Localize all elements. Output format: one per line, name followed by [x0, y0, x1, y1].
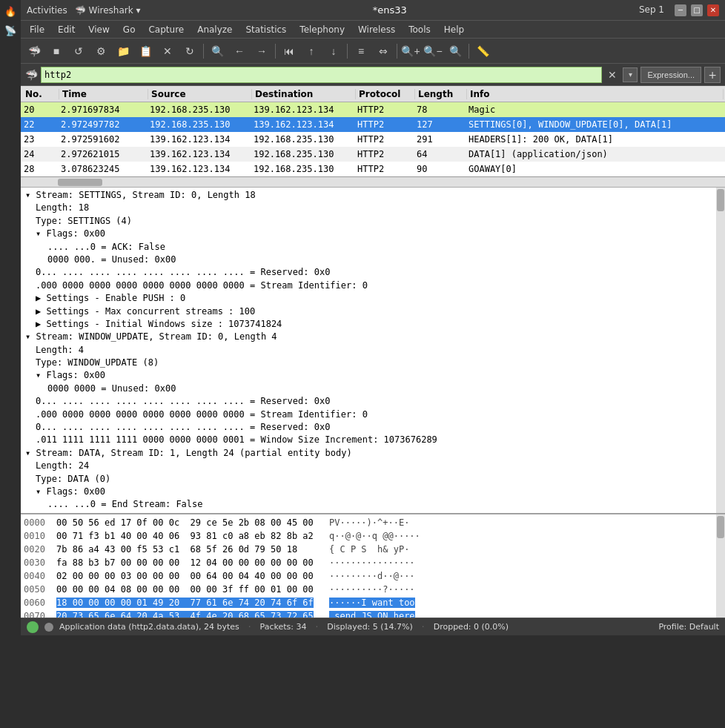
hex-offset-4: 0040: [24, 569, 50, 583]
filter-dropdown-button[interactable]: ▾: [623, 67, 638, 82]
col-header-info: Info: [467, 89, 724, 99]
hex-bytes-2: 7b 86 a4 43 00 f5 53 c1 68 5f 26 0d 79 5…: [56, 543, 323, 556]
detail-line-20[interactable]: ▾ Stream: DATA, Stream ID: 1, Length 24 …: [24, 447, 722, 460]
activities-label[interactable]: Activities: [27, 5, 67, 16]
detail-line-17[interactable]: .000 0000 0000 0000 0000 0000 0000 0000 …: [24, 408, 722, 421]
filter-input[interactable]: [41, 67, 602, 83]
hscroll-thumb[interactable]: [58, 179, 102, 186]
toolbar-stop-btn[interactable]: ■: [46, 41, 67, 62]
toolbar-restart-btn[interactable]: ↺: [68, 41, 89, 62]
hex-ascii-0: PV·····)·^+··E·: [329, 516, 409, 529]
status-displayed: Displayed: 5 (14.7%): [327, 622, 413, 632]
sidebar-icon-1[interactable]: 📡: [2, 22, 19, 39]
packet-row-1[interactable]: 22 2.972497782 192.168.235.130 139.162.1…: [21, 117, 725, 132]
toolbar-open-btn[interactable]: 📁: [113, 41, 133, 62]
hex-dump: 000000 50 56 ed 17 0f 00 0c 29 ce 5e 2b …: [21, 514, 725, 618]
detail-line-1[interactable]: Length: 18: [24, 202, 722, 214]
menu-wireless[interactable]: Wireless: [352, 23, 401, 36]
detail-line-15[interactable]: 0000 0000 = Unused: 0x00: [24, 383, 722, 395]
detail-line-10[interactable]: ▶ Settings - Initial Windows size : 1073…: [24, 318, 722, 331]
packet-row-4[interactable]: 28 3.078623245 139.162.123.134 192.168.2…: [21, 162, 725, 176]
menu-go[interactable]: Go: [117, 23, 142, 36]
toolbar-zoomout-btn[interactable]: 🔍−: [423, 41, 443, 62]
toolbar-save-btn[interactable]: 📋: [135, 41, 156, 62]
menu-file[interactable]: File: [24, 23, 50, 36]
menu-view[interactable]: View: [82, 23, 115, 36]
left-sidebar: 🔥 📡: [0, 0, 21, 728]
menu-telephony[interactable]: Telephony: [294, 23, 351, 36]
detail-line-14[interactable]: ▾ Flags: 0x00: [24, 369, 722, 382]
packet-row-0[interactable]: 20 2.971697834 192.168.235.130 139.162.1…: [21, 102, 725, 117]
hex-highlight-bytes[interactable]: 18 00 00 00 00 01 49 20 77 61 6e 74 20 7…: [56, 598, 314, 608]
close-button[interactable]: ✕: [707, 4, 719, 16]
wireshark-label[interactable]: 🦈 Wireshark ▾: [75, 5, 141, 16]
menu-capture[interactable]: Capture: [142, 23, 190, 36]
hex-bytes-1: 00 71 f3 b1 40 00 40 06 93 81 c0 a8 eb 8…: [56, 529, 323, 543]
hex-highlight-ascii[interactable]: ······I want too: [329, 598, 415, 608]
toolbar-autosize-btn[interactable]: ⇔: [373, 41, 394, 62]
detail-line-16[interactable]: 0... .... .... .... .... .... .... .... …: [24, 395, 722, 408]
col-header-time: Time: [59, 89, 148, 99]
hex-bytes-5: 00 00 00 04 08 00 00 00 00 00 3f ff 00 0…: [56, 583, 323, 596]
hscroll-area[interactable]: [21, 177, 725, 188]
detail-line-11[interactable]: ▾ Stream: WINDOW_UPDATE, Stream ID: 0, L…: [24, 331, 722, 343]
toolbar-back-btn[interactable]: ←: [229, 41, 250, 62]
detail-line-18[interactable]: 0... .... .... .... .... .... .... .... …: [24, 421, 722, 434]
sidebar-icon-0[interactable]: 🔥: [2, 3, 19, 19]
detail-line-4[interactable]: .... ...0 = ACK: False: [24, 241, 722, 254]
packet-row-2[interactable]: 23 2.972591602 139.162.123.134 192.168.2…: [21, 132, 725, 147]
filter-clear-button[interactable]: ✕: [605, 67, 620, 82]
detail-scrollbar[interactable]: [716, 188, 725, 513]
detail-line-19[interactable]: .011 1111 1111 1111 0000 0000 0000 0001 …: [24, 434, 722, 446]
menu-analyze[interactable]: Analyze: [191, 23, 238, 36]
status-sep-3: ·: [422, 622, 425, 632]
toolbar-ruler-btn[interactable]: 📏: [472, 41, 493, 62]
detail-line-5[interactable]: 0000 000. = Unused: 0x00: [24, 254, 722, 266]
detail-line-13[interactable]: Type: WINDOW_UPDATE (8): [24, 357, 722, 369]
toolbar-sep-1: [203, 44, 204, 59]
toolbar-forward-btn[interactable]: →: [251, 41, 272, 62]
toolbar-close-btn[interactable]: ✕: [157, 41, 178, 62]
filter-add-button[interactable]: +: [704, 67, 721, 83]
hex-row-3: 0030fa 88 b3 b7 00 00 00 00 12 04 00 00 …: [24, 556, 722, 569]
detail-line-22[interactable]: Type: DATA (0): [24, 473, 722, 486]
maximize-button[interactable]: □: [691, 4, 703, 16]
toolbar-up-btn[interactable]: ↑: [301, 41, 322, 62]
packet-list: No. Time Source Destination Protocol Len…: [21, 86, 725, 177]
hex-scrollbar[interactable]: [716, 514, 725, 618]
toolbar-sep-5: [469, 44, 469, 59]
toolbar-shark-btn[interactable]: 🦈: [24, 41, 44, 62]
detail-line-7[interactable]: .000 0000 0000 0000 0000 0000 0000 0000 …: [24, 279, 722, 292]
toolbar-reload-btn[interactable]: ↻: [179, 41, 200, 62]
hex-ascii-5: ··········?·····: [329, 583, 415, 596]
menu-tools[interactable]: Tools: [403, 23, 437, 36]
toolbar-zoomin-btn[interactable]: 🔍+: [400, 41, 421, 62]
detail-line-6[interactable]: 0... .... .... .... .... .... .... .... …: [24, 266, 722, 279]
hex-highlight-bytes[interactable]: 20 73 65 6e 64 20 4a 53 4f 4e 20 68 65 7…: [56, 611, 314, 618]
detail-line-2[interactable]: Type: SETTINGS (4): [24, 215, 722, 228]
detail-line-23[interactable]: ▾ Flags: 0x00: [24, 486, 722, 498]
detail-line-9[interactable]: ▶ Settings - Max concurrent streams : 10…: [24, 305, 722, 318]
expression-button[interactable]: Expression...: [640, 67, 701, 83]
detail-line-21[interactable]: Length: 24: [24, 460, 722, 472]
detail-scrollbar-thumb[interactable]: [717, 189, 724, 211]
minimize-button[interactable]: −: [675, 4, 686, 16]
filter-icon: 🦈: [25, 69, 38, 81]
menu-help[interactable]: Help: [438, 23, 470, 36]
packet-row-3[interactable]: 24 2.972621015 139.162.123.134 192.168.2…: [21, 147, 725, 162]
toolbar-zoom100-btn[interactable]: 🔍: [445, 41, 466, 62]
detail-line-8[interactable]: ▶ Settings - Enable PUSH : 0: [24, 292, 722, 305]
hex-highlight-ascii[interactable]: send JS ON here: [329, 611, 415, 618]
detail-line-0[interactable]: ▾ Stream: SETTINGS, Stream ID: 0, Length…: [24, 189, 722, 202]
menu-edit[interactable]: Edit: [52, 23, 81, 36]
detail-line-12[interactable]: Length: 4: [24, 344, 722, 357]
toolbar-first-btn[interactable]: ⏮: [279, 41, 299, 62]
toolbar-options-btn[interactable]: ⚙: [90, 41, 111, 62]
detail-line-24[interactable]: .... ...0 = End Stream: False: [24, 498, 722, 511]
toolbar-colorize-btn[interactable]: ≡: [351, 41, 371, 62]
detail-line-3[interactable]: ▾ Flags: 0x00: [24, 228, 722, 240]
toolbar-down-btn[interactable]: ↓: [323, 41, 344, 62]
hex-scrollbar-thumb[interactable]: [717, 516, 724, 538]
toolbar-find-btn[interactable]: 🔍: [207, 41, 228, 62]
menu-statistics[interactable]: Statistics: [239, 23, 292, 36]
